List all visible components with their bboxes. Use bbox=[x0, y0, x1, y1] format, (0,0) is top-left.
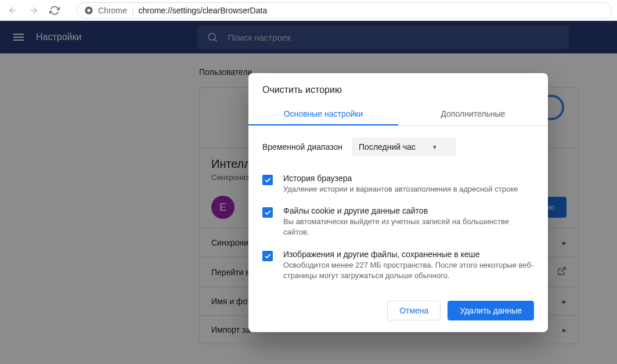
confirm-button[interactable]: Удалить данные bbox=[448, 301, 534, 320]
checkbox[interactable] bbox=[262, 207, 273, 218]
tab-advanced[interactable]: Дополнительные bbox=[398, 103, 548, 125]
url-text: chrome://settings/clearBrowserData bbox=[138, 6, 267, 15]
check-sub: Освободится менее 227 МБ пространства. П… bbox=[283, 260, 534, 281]
chevron-down-icon: ▼ bbox=[432, 144, 438, 150]
check-row-2: Изображения и другие файлы, сохраненные … bbox=[262, 244, 534, 287]
check-row-0: История браузера Удаление истории и вари… bbox=[262, 168, 534, 200]
dialog-title: Очистить историю bbox=[262, 85, 534, 95]
cancel-button[interactable]: Отмена bbox=[387, 301, 441, 320]
back-button[interactable] bbox=[5, 2, 21, 19]
check-title: Файлы cookie и другие данные сайтов bbox=[283, 206, 534, 215]
checkbox[interactable] bbox=[262, 175, 273, 185]
check-row-1: Файлы cookie и другие данные сайтов Вы а… bbox=[262, 200, 534, 243]
address-bar[interactable]: Chrome | chrome://settings/clearBrowserD… bbox=[77, 2, 612, 19]
clear-data-dialog: Очистить историю Основные настройки Допо… bbox=[248, 73, 548, 332]
time-range-label: Временной диапазон bbox=[262, 142, 342, 152]
svg-point-1 bbox=[87, 9, 90, 12]
time-range-select[interactable]: Последний час ▼ bbox=[352, 138, 456, 156]
browser-toolbar: Chrome | chrome://settings/clearBrowserD… bbox=[0, 0, 617, 21]
time-range-row: Временной диапазон Последний час ▼ bbox=[262, 126, 534, 168]
check-title: Изображения и другие файлы, сохраненные … bbox=[283, 250, 534, 259]
chrome-icon bbox=[84, 6, 93, 15]
tab-basic[interactable]: Основные настройки bbox=[248, 103, 398, 125]
forward-button[interactable] bbox=[26, 2, 42, 19]
url-scheme: Chrome bbox=[98, 6, 127, 15]
dialog-tabs: Основные настройки Дополнительные bbox=[248, 103, 548, 126]
check-sub: Удаление истории и вариантов автозаполне… bbox=[283, 184, 534, 194]
checkbox[interactable] bbox=[262, 251, 273, 261]
check-title: История браузера bbox=[283, 174, 534, 183]
reload-button[interactable] bbox=[46, 2, 63, 19]
dialog-actions: Отмена Удалить данные bbox=[262, 287, 534, 320]
check-sub: Вы автоматически выйдете из учетных запи… bbox=[283, 217, 534, 237]
